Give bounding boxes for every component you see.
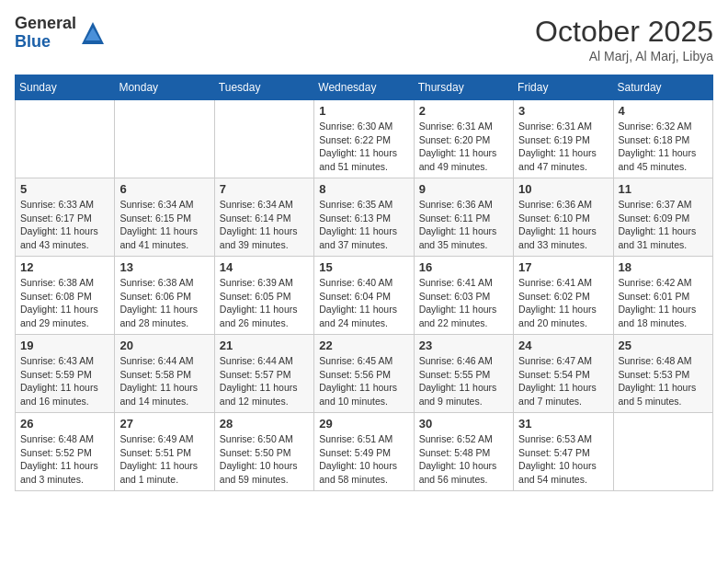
day-info: Sunrise: 6:48 AM Sunset: 5:52 PM Dayligh…	[20, 432, 109, 487]
calendar-cell: 19Sunrise: 6:43 AM Sunset: 5:59 PM Dayli…	[16, 335, 115, 413]
day-number: 25	[619, 339, 708, 352]
day-of-week-header: Tuesday	[214, 75, 313, 100]
calendar-cell: 11Sunrise: 6:37 AM Sunset: 6:09 PM Dayli…	[613, 178, 712, 257]
day-number: 5	[20, 182, 109, 196]
day-number: 11	[619, 182, 708, 196]
day-info: Sunrise: 6:31 AM Sunset: 6:20 PM Dayligh…	[419, 120, 508, 174]
day-info: Sunrise: 6:38 AM Sunset: 6:08 PM Dayligh…	[20, 276, 109, 330]
day-info: Sunrise: 6:48 AM Sunset: 5:53 PM Dayligh…	[619, 354, 708, 408]
calendar-cell: 13Sunrise: 6:38 AM Sunset: 6:06 PM Dayli…	[115, 257, 214, 335]
day-number: 21	[220, 339, 309, 352]
calendar-cell: 1Sunrise: 6:30 AM Sunset: 6:22 PM Daylig…	[314, 100, 414, 178]
day-number: 31	[518, 417, 608, 431]
day-number: 14	[220, 260, 309, 274]
calendar-cell	[115, 100, 214, 178]
calendar-cell: 26Sunrise: 6:48 AM Sunset: 5:52 PM Dayli…	[16, 413, 115, 491]
day-of-week-header: Thursday	[414, 75, 513, 100]
calendar-week-row: 19Sunrise: 6:43 AM Sunset: 5:59 PM Dayli…	[16, 335, 713, 413]
day-number: 7	[220, 182, 309, 196]
day-number: 13	[119, 260, 209, 274]
title-block: October 2025 Al Marj, Al Marj, Libya	[535, 15, 713, 63]
calendar-cell: 28Sunrise: 6:50 AM Sunset: 5:50 PM Dayli…	[214, 413, 313, 491]
calendar-cell	[214, 100, 313, 178]
calendar-cell: 10Sunrise: 6:36 AM Sunset: 6:10 PM Dayli…	[514, 178, 613, 257]
calendar-cell: 31Sunrise: 6:53 AM Sunset: 5:47 PM Dayli…	[514, 413, 613, 491]
calendar-cell: 24Sunrise: 6:47 AM Sunset: 5:54 PM Dayli…	[514, 335, 613, 413]
day-number: 15	[319, 260, 408, 274]
calendar-cell: 30Sunrise: 6:52 AM Sunset: 5:48 PM Dayli…	[414, 413, 513, 491]
day-number: 19	[20, 339, 109, 352]
day-number: 1	[319, 104, 408, 118]
day-info: Sunrise: 6:44 AM Sunset: 5:58 PM Dayligh…	[119, 354, 209, 408]
day-number: 9	[419, 182, 508, 196]
day-info: Sunrise: 6:34 AM Sunset: 6:14 PM Dayligh…	[220, 198, 309, 252]
calendar-week-row: 26Sunrise: 6:48 AM Sunset: 5:52 PM Dayli…	[16, 413, 713, 491]
location-text: Al Marj, Al Marj, Libya	[535, 49, 713, 63]
day-info: Sunrise: 6:42 AM Sunset: 6:01 PM Dayligh…	[619, 276, 708, 330]
day-info: Sunrise: 6:47 AM Sunset: 5:54 PM Dayligh…	[518, 354, 608, 408]
day-info: Sunrise: 6:39 AM Sunset: 6:05 PM Dayligh…	[220, 276, 309, 330]
day-number: 26	[20, 417, 109, 431]
day-info: Sunrise: 6:32 AM Sunset: 6:18 PM Dayligh…	[619, 120, 708, 174]
calendar-header-row: SundayMondayTuesdayWednesdayThursdayFrid…	[16, 75, 713, 100]
day-number: 16	[419, 260, 508, 274]
day-number: 29	[319, 417, 408, 431]
day-number: 12	[20, 260, 109, 274]
calendar-cell: 23Sunrise: 6:46 AM Sunset: 5:55 PM Dayli…	[414, 335, 513, 413]
day-info: Sunrise: 6:52 AM Sunset: 5:48 PM Dayligh…	[419, 432, 508, 487]
calendar-cell: 5Sunrise: 6:33 AM Sunset: 6:17 PM Daylig…	[16, 178, 115, 257]
calendar-cell: 25Sunrise: 6:48 AM Sunset: 5:53 PM Dayli…	[613, 335, 712, 413]
day-of-week-header: Saturday	[613, 75, 712, 100]
calendar-cell: 9Sunrise: 6:36 AM Sunset: 6:11 PM Daylig…	[414, 178, 513, 257]
calendar-cell: 4Sunrise: 6:32 AM Sunset: 6:18 PM Daylig…	[613, 100, 712, 178]
day-info: Sunrise: 6:33 AM Sunset: 6:17 PM Dayligh…	[20, 198, 109, 252]
calendar-cell: 17Sunrise: 6:41 AM Sunset: 6:02 PM Dayli…	[514, 257, 613, 335]
day-info: Sunrise: 6:50 AM Sunset: 5:50 PM Dayligh…	[220, 432, 309, 487]
day-info: Sunrise: 6:46 AM Sunset: 5:55 PM Dayligh…	[419, 354, 508, 408]
calendar-cell: 14Sunrise: 6:39 AM Sunset: 6:05 PM Dayli…	[214, 257, 313, 335]
day-info: Sunrise: 6:45 AM Sunset: 5:56 PM Dayligh…	[319, 354, 408, 408]
day-info: Sunrise: 6:38 AM Sunset: 6:06 PM Dayligh…	[119, 276, 209, 330]
day-number: 17	[518, 260, 608, 274]
day-number: 30	[419, 417, 508, 431]
day-info: Sunrise: 6:41 AM Sunset: 6:02 PM Dayligh…	[518, 276, 608, 330]
page-header: General Blue October 2025 Al Marj, Al Ma…	[15, 15, 713, 63]
day-number: 3	[518, 104, 608, 118]
day-info: Sunrise: 6:30 AM Sunset: 6:22 PM Dayligh…	[319, 120, 408, 174]
calendar-cell: 29Sunrise: 6:51 AM Sunset: 5:49 PM Dayli…	[314, 413, 414, 491]
logo: General Blue	[15, 15, 106, 52]
calendar-cell: 3Sunrise: 6:31 AM Sunset: 6:19 PM Daylig…	[514, 100, 613, 178]
month-title: October 2025	[535, 15, 713, 49]
calendar-cell: 2Sunrise: 6:31 AM Sunset: 6:20 PM Daylig…	[414, 100, 513, 178]
calendar-cell: 12Sunrise: 6:38 AM Sunset: 6:08 PM Dayli…	[16, 257, 115, 335]
calendar-cell	[16, 100, 115, 178]
day-number: 20	[119, 339, 209, 352]
day-info: Sunrise: 6:53 AM Sunset: 5:47 PM Dayligh…	[518, 432, 608, 487]
calendar-cell: 8Sunrise: 6:35 AM Sunset: 6:13 PM Daylig…	[314, 178, 414, 257]
calendar-cell: 27Sunrise: 6:49 AM Sunset: 5:51 PM Dayli…	[115, 413, 214, 491]
calendar-week-row: 5Sunrise: 6:33 AM Sunset: 6:17 PM Daylig…	[16, 178, 713, 257]
day-number: 6	[119, 182, 209, 196]
day-number: 10	[518, 182, 608, 196]
day-number: 23	[419, 339, 508, 352]
day-info: Sunrise: 6:43 AM Sunset: 5:59 PM Dayligh…	[20, 354, 109, 408]
day-of-week-header: Wednesday	[314, 75, 414, 100]
day-number: 27	[119, 417, 209, 431]
day-info: Sunrise: 6:36 AM Sunset: 6:11 PM Dayligh…	[419, 198, 508, 252]
day-info: Sunrise: 6:41 AM Sunset: 6:03 PM Dayligh…	[419, 276, 508, 330]
calendar-week-row: 1Sunrise: 6:30 AM Sunset: 6:22 PM Daylig…	[16, 100, 713, 178]
day-number: 22	[319, 339, 408, 352]
day-info: Sunrise: 6:35 AM Sunset: 6:13 PM Dayligh…	[319, 198, 408, 252]
logo-general-text: General	[15, 15, 76, 33]
day-info: Sunrise: 6:40 AM Sunset: 6:04 PM Dayligh…	[319, 276, 408, 330]
day-info: Sunrise: 6:34 AM Sunset: 6:15 PM Dayligh…	[119, 198, 209, 252]
day-number: 4	[619, 104, 708, 118]
day-number: 24	[518, 339, 608, 352]
day-number: 2	[419, 104, 508, 118]
day-info: Sunrise: 6:36 AM Sunset: 6:10 PM Dayligh…	[518, 198, 608, 252]
day-info: Sunrise: 6:31 AM Sunset: 6:19 PM Dayligh…	[518, 120, 608, 174]
calendar-cell	[613, 413, 712, 491]
calendar-cell: 20Sunrise: 6:44 AM Sunset: 5:58 PM Dayli…	[115, 335, 214, 413]
calendar-table: SundayMondayTuesdayWednesdayThursdayFrid…	[15, 75, 713, 491]
day-number: 18	[619, 260, 708, 274]
